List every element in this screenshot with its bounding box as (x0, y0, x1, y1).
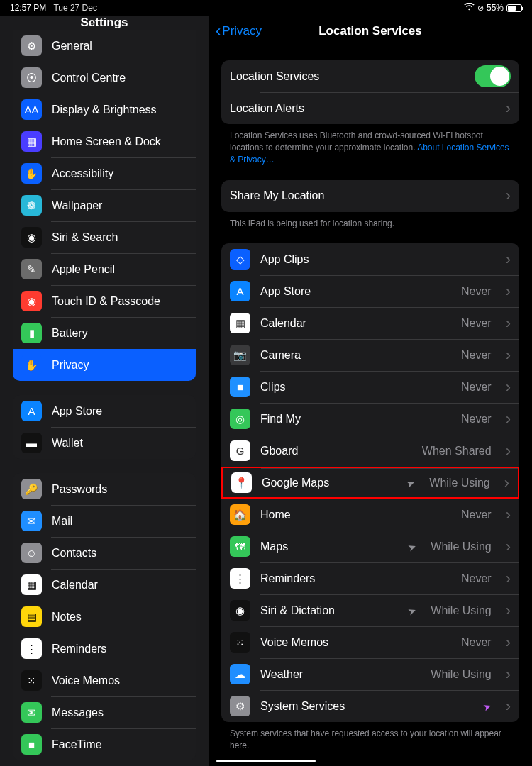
sidebar-item-messages[interactable]: ✉︎Messages (13, 696, 196, 728)
app-row-calendar[interactable]: ▦CalendarNever› (221, 307, 519, 339)
wifi-icon (464, 3, 475, 13)
app-row-voice-memos[interactable]: ⁙Voice MemosNever› (221, 626, 519, 658)
sidebar-item-calendar[interactable]: ▦Calendar (13, 569, 196, 601)
chevron-right-icon: › (506, 284, 511, 299)
app-row-clips[interactable]: ■ClipsNever› (221, 371, 519, 403)
home-indicator[interactable] (216, 760, 316, 762)
app-row-reminders[interactable]: ⋮RemindersNever› (221, 562, 519, 594)
sidebar-item-privacy[interactable]: ✋Privacy (13, 349, 196, 381)
app-row-gboard[interactable]: GGboardWhen Shared› (221, 435, 519, 467)
sidebar-item-label: Calendar (52, 579, 98, 592)
sidebar-item-control-centre[interactable]: ⦿Control Centre (13, 62, 196, 94)
app-row-siri-dictation[interactable]: ◉Siri & Dictation➤While Using› (221, 594, 519, 626)
app-value: While Using (431, 604, 491, 617)
share-my-location-row[interactable]: Share My Location › (221, 180, 519, 212)
app-value: When Shared (422, 445, 492, 457)
display-brightness-icon: AA (21, 99, 42, 120)
maps-icon: 🗺 (230, 536, 250, 557)
home-icon: 🏠 (230, 504, 250, 525)
chevron-right-icon: › (506, 411, 511, 427)
sidebar-item-apple-pencil[interactable]: ✎Apple Pencil (13, 253, 196, 285)
sidebar-item-touch-id-passcode[interactable]: ◉Touch ID & Passcode (13, 285, 196, 317)
sidebar-item-label: Battery (52, 327, 88, 340)
chevron-right-icon: › (506, 316, 511, 331)
sidebar-item-general[interactable]: ⚙︎General (13, 30, 196, 62)
app-row-system-services[interactable]: ⚙︎System Services➤› (221, 690, 519, 722)
system-services-icon: ⚙︎ (230, 696, 250, 716)
toggle-label: Location Services (230, 70, 319, 83)
sidebar-item-siri-search[interactable]: ◉Siri & Search (13, 221, 196, 253)
detail-pane[interactable]: ‹ Privacy Location Services Location Ser… (209, 16, 532, 766)
app-row-app-store[interactable]: AApp StoreNever› (221, 275, 519, 307)
sidebar-item-notes[interactable]: ▤Notes (13, 601, 196, 633)
back-button[interactable]: ‹ Privacy (216, 22, 262, 40)
app-row-home[interactable]: 🏠HomeNever› (221, 499, 519, 531)
weather-icon: ☁︎ (230, 664, 250, 684)
chevron-right-icon: › (506, 603, 511, 618)
sidebar-item-wallpaper[interactable]: ❁Wallpaper (13, 189, 196, 221)
voice-memos-icon: ⁙ (21, 670, 42, 691)
sidebar-item-label: Voice Memos (52, 675, 120, 687)
camera-icon: 📷 (230, 345, 250, 365)
app-row-camera[interactable]: 📷CameraNever› (221, 339, 519, 371)
sidebar-item-accessibility[interactable]: ✋Accessibility (13, 157, 196, 189)
chevron-right-icon: › (506, 188, 511, 204)
location-services-section: Location Services Location Alerts › (221, 60, 519, 124)
app-row-app-clips[interactable]: ◇App Clips› (221, 243, 519, 275)
sidebar-item-label: Notes (52, 611, 82, 623)
sidebar-item-label: Accessibility (52, 167, 113, 180)
app-label: System Services (260, 700, 345, 713)
sidebar-item-label: Display & Brightness (52, 104, 157, 116)
app-value: Never (461, 285, 492, 298)
sidebar-item-mail[interactable]: ✉︎Mail (13, 505, 196, 537)
sidebar-item-passwords[interactable]: 🔑Passwords (13, 473, 196, 505)
app-row-find-my[interactable]: ◎Find MyNever› (221, 403, 519, 435)
calendar-icon: ▦ (21, 574, 42, 595)
location-arrow-icon: ➤ (406, 604, 419, 617)
app-label: Voice Memos (260, 636, 328, 649)
app-label: Gboard (260, 445, 298, 457)
app-store-icon: A (230, 281, 250, 301)
chevron-right-icon: › (506, 699, 511, 714)
settings-sidebar[interactable]: Settings ⚙︎General⦿Control CentreAADispl… (0, 16, 209, 766)
sidebar-item-display-brightness[interactable]: AADisplay & Brightness (13, 94, 196, 126)
location-footer-1: Location Services uses Bluetooth and cro… (221, 124, 519, 165)
chevron-right-icon: › (506, 379, 511, 395)
chevron-right-icon: › (506, 571, 511, 587)
calendar-icon: ▦ (230, 313, 250, 333)
find-my-icon: ◎ (230, 409, 250, 429)
sidebar-item-home-screen-dock[interactable]: ▦Home Screen & Dock (13, 126, 196, 157)
touch-id-passcode-icon: ◉ (21, 291, 42, 311)
sidebar-item-label: Wallet (52, 437, 83, 450)
app-row-maps[interactable]: 🗺Maps➤While Using› (221, 531, 519, 562)
sidebar-item-contacts[interactable]: ☺Contacts (13, 537, 196, 569)
sidebar-item-battery[interactable]: ▮Battery (13, 317, 196, 349)
sidebar-item-app-store[interactable]: AApp Store (13, 395, 196, 427)
passwords-icon: 🔑 (21, 479, 42, 499)
sidebar-item-label: FaceTime (52, 738, 102, 751)
back-label: Privacy (222, 24, 262, 38)
sidebar-item-wallet[interactable]: ▬Wallet (13, 427, 196, 459)
location-alerts-row[interactable]: Location Alerts › (221, 92, 519, 124)
siri-search-icon: ◉ (21, 227, 42, 248)
location-services-toggle[interactable] (475, 65, 511, 87)
siri-dictation-icon: ◉ (230, 600, 250, 621)
accessibility-icon: ✋ (21, 163, 42, 184)
chevron-right-icon: › (506, 507, 511, 523)
chevron-left-icon: ‹ (216, 22, 221, 40)
battery-pct: 55% (487, 3, 504, 13)
apps-section: ◇App Clips›AApp StoreNever›▦CalendarNeve… (221, 243, 519, 722)
sidebar-item-reminders[interactable]: ⋮Reminders (13, 633, 196, 665)
app-row-google-maps[interactable]: 📍Google Maps➤While Using› (221, 467, 519, 499)
location-services-toggle-row[interactable]: Location Services (221, 60, 519, 92)
sidebar-item-facetime[interactable]: ■FaceTime (13, 728, 196, 760)
sidebar-item-label: Privacy (52, 359, 89, 372)
detail-nav: ‹ Privacy Location Services (209, 16, 532, 46)
sidebar-item-label: Home Screen & Dock (52, 135, 161, 148)
reminders-icon: ⋮ (230, 568, 250, 589)
sidebar-title: Settings (0, 16, 209, 30)
clips-icon: ■ (230, 377, 250, 397)
sidebar-item-voice-memos[interactable]: ⁙Voice Memos (13, 665, 196, 696)
share-location-label: Share My Location (230, 189, 324, 202)
app-row-weather[interactable]: ☁︎WeatherWhile Using› (221, 658, 519, 690)
